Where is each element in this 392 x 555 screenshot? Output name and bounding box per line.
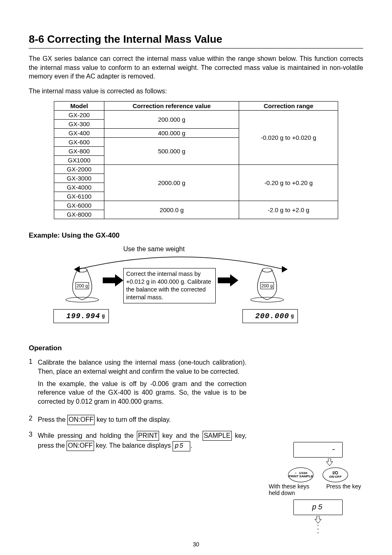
- caption-right: Press the key: [326, 483, 367, 496]
- cell-model: GX1000: [54, 156, 104, 165]
- cell-model: GX-8000: [54, 210, 104, 219]
- cell-model: GX-400: [54, 129, 104, 138]
- cell-model: GX-200: [54, 111, 104, 120]
- display-unit: g: [102, 313, 105, 319]
- cell-model: GX-3000: [54, 174, 104, 183]
- example-diagram: Use the same weight 200 g Correct the in…: [41, 245, 329, 332]
- svg-marker-10: [326, 458, 333, 466]
- weight-label: 200 g: [261, 283, 273, 288]
- display-left: 199.994 g: [53, 309, 109, 323]
- down-arrow-icon: [326, 458, 333, 466]
- print-sample-button[interactable]: ☼ 1/10d PRINT SAMPLE: [288, 467, 314, 482]
- table-header-row: Model Correction reference value Correct…: [54, 102, 338, 111]
- cell-ref: 2000.0 g: [104, 201, 239, 219]
- cell-model: GX-6100: [54, 192, 104, 201]
- intro-paragraph: The GX series balance can correct the in…: [29, 54, 363, 81]
- arrow-icon: [218, 274, 238, 287]
- cell-ref: 500.000 g: [104, 138, 239, 165]
- weight-label: 200 g: [76, 283, 88, 288]
- cell-range: -2.0 g to +2.0 g: [239, 201, 338, 219]
- operation-step-3: 3 While pressing and holding the PRINT k…: [29, 431, 247, 451]
- step-number: 3: [29, 431, 38, 451]
- cell-model: GX-600: [54, 138, 104, 147]
- operation-heading: Operation: [29, 344, 363, 352]
- cell-ref: 400.000 g: [104, 129, 239, 138]
- col-model: Model: [54, 102, 104, 111]
- step-text: key. The balance displays: [94, 442, 173, 449]
- table-row: GX-2000 2000.00 g -0.20 g to +0.20 g: [54, 165, 338, 174]
- svg-marker-6: [218, 274, 238, 287]
- arrow-icon: [103, 274, 123, 287]
- continuation-dots: ···: [269, 523, 367, 534]
- key-sample: SAMPLE: [203, 431, 232, 441]
- instruction-box: Correct the internal mass by +0.012 g in…: [123, 268, 216, 303]
- weight-icon-left: 200 g: [62, 266, 103, 303]
- step-text: key and the: [159, 432, 203, 439]
- cell-model: GX-4000: [54, 183, 104, 192]
- col-range: Correction range: [239, 102, 338, 111]
- table-row: GX-200 200.000 g -0.020 g to +0.020 g: [54, 111, 338, 120]
- lcd-top: -: [293, 442, 343, 458]
- key-onoff: ON:OFF: [67, 441, 94, 451]
- display-unit: g: [291, 313, 294, 319]
- cell-ref: 2000.00 g: [104, 165, 239, 201]
- section-title: 8-6 Correcting the Internal Mass Value: [29, 33, 363, 46]
- cell-model: GX-800: [54, 147, 104, 156]
- example-heading: Example: Using the GX-400: [29, 231, 363, 240]
- page-number: 30: [0, 541, 392, 548]
- cell-model: GX-2000: [54, 165, 104, 174]
- cell-model: GX-300: [54, 120, 104, 129]
- key-onoff: ON:OFF: [67, 415, 95, 425]
- btn-label: SAMPLE: [299, 475, 313, 478]
- col-ref: Correction reference value: [104, 102, 239, 111]
- display-inline: p5: [173, 441, 190, 451]
- step-text: Press the: [38, 416, 67, 423]
- step-text: In the example, the value is off by -0.0…: [38, 379, 247, 406]
- step-number: 2: [29, 415, 38, 425]
- operation-list: 1 Calibrate the balance using the intern…: [29, 358, 247, 451]
- cell-model: GX-6000: [54, 201, 104, 210]
- step-number: 1: [29, 358, 38, 409]
- cell-ref: 200.000 g: [104, 111, 239, 129]
- cell-range: -0.20 g to +0.20 g: [239, 165, 338, 201]
- table-row: GX-6000 2000.0 g -2.0 g to +2.0 g: [54, 201, 338, 210]
- btn-label: PRINT: [288, 475, 298, 478]
- diagram-caption: Use the same weight: [123, 245, 184, 253]
- step-text: key to turn off the display.: [95, 416, 171, 423]
- svg-point-7: [262, 268, 272, 272]
- step-text: .: [190, 442, 192, 449]
- display-value: 200.000: [255, 312, 289, 320]
- display-value: 199.994: [66, 312, 100, 320]
- key-print: PRINT: [137, 431, 159, 441]
- cell-range: -0.020 g to +0.020 g: [239, 111, 338, 165]
- lcd-bottom: p5: [293, 500, 343, 515]
- btn-label: ON:OFF: [329, 475, 342, 479]
- correction-table: Model Correction reference value Correct…: [54, 101, 338, 219]
- section-rule: [29, 48, 363, 49]
- svg-marker-5: [103, 274, 123, 287]
- svg-point-2: [77, 268, 87, 272]
- weight-icon-right: 200 g: [247, 266, 288, 303]
- key-diagram-panel: - ☼ 1/10d PRINT SAMPLE I/O ON:OFF Wi: [269, 442, 367, 534]
- step-text: While pressing and holding the: [38, 432, 137, 439]
- step-text: Calibrate the balance using the internal…: [38, 358, 247, 376]
- table-intro: The internal mass value is corrected as …: [29, 87, 363, 96]
- operation-step-2: 2 Press the ON:OFF key to turn off the d…: [29, 415, 247, 425]
- display-right: 200.000 g: [242, 309, 298, 323]
- operation-step-1: 1 Calibrate the balance using the intern…: [29, 358, 247, 409]
- onoff-button[interactable]: I/O ON:OFF: [323, 467, 348, 482]
- caption-left: With these keys held down: [269, 483, 318, 496]
